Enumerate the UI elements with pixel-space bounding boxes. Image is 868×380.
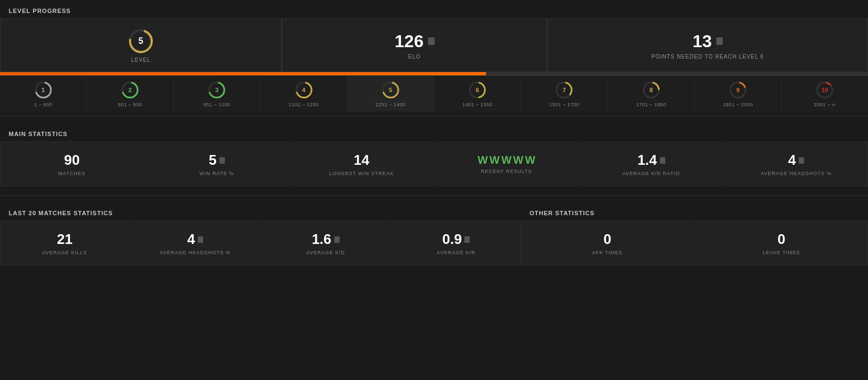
marker-badge-7: 7 bbox=[554, 80, 574, 100]
marker-badge-9: 9 bbox=[728, 80, 748, 100]
leave-times-value: 0 bbox=[778, 231, 785, 248]
stat-card-win-streak: 14 LONGEST WIN STREAK bbox=[290, 141, 433, 186]
last20-title: LAST 20 MATCHES STATISTICS bbox=[0, 204, 521, 221]
marker-num-1: 1 bbox=[42, 87, 45, 93]
marker-range-6: 1401 – 1550 bbox=[462, 102, 493, 107]
win-streak-value: 14 bbox=[354, 152, 370, 169]
marker-range-8: 1701 – 1850 bbox=[636, 102, 666, 107]
lock-icon-win-rate bbox=[219, 157, 225, 164]
marker-range-5: 1251 – 1400 bbox=[375, 102, 406, 107]
recent-results-value: W W W W W bbox=[477, 154, 535, 166]
avg-kills-label: AVERAGE KILLS bbox=[42, 250, 87, 255]
lock-icon bbox=[428, 37, 435, 45]
lock-icon-kd bbox=[660, 157, 665, 164]
marker-range-9: 1851 – 2000 bbox=[723, 102, 753, 107]
win-rate-label: WIN RATE % bbox=[199, 171, 234, 176]
marker-num-10: 10 bbox=[821, 87, 828, 93]
marker-num-9: 9 bbox=[736, 87, 740, 93]
marker-range-7: 1551 – 1700 bbox=[549, 102, 580, 107]
other-stats-section: OTHER STATISTICS 0 AFK TIMES 0 LEAVE TIM… bbox=[521, 204, 868, 266]
level-marker-2: 2 801 – 950 bbox=[87, 76, 173, 112]
progress-bar-section bbox=[0, 72, 868, 75]
marker-num-6: 6 bbox=[476, 87, 479, 93]
lock-icon-points bbox=[716, 37, 723, 45]
other-stats-title: OTHER STATISTICS bbox=[521, 204, 868, 221]
elo-label: ELO bbox=[408, 54, 420, 60]
progress-bar-track bbox=[0, 72, 868, 75]
level-marker-3: 3 951 – 1100 bbox=[174, 76, 261, 112]
bottom-card-avg-kr: 0.9 AVERAGE K/R bbox=[391, 221, 521, 266]
stat-card-matches: 90 MATCHES bbox=[0, 141, 144, 186]
level-marker-7: 7 1551 – 1700 bbox=[521, 76, 608, 112]
marker-range-10: 2001 – ∞ bbox=[814, 102, 835, 107]
level-marker-4: 4 1101 – 1250 bbox=[261, 76, 347, 112]
marker-num-3: 3 bbox=[215, 87, 218, 93]
level-marker-8: 8 1701 – 1850 bbox=[608, 76, 695, 112]
main-stats-cards-row: 90 MATCHES 5 WIN RATE % 14 LONGEST WIN S… bbox=[0, 141, 868, 186]
level-marker-1: 1 1 – 800 bbox=[0, 76, 87, 112]
marker-range-2: 801 – 950 bbox=[118, 102, 142, 107]
matches-value: 90 bbox=[64, 152, 80, 169]
level-marker-5: 5 1251 – 1400 bbox=[347, 76, 434, 112]
win-streak-label: LONGEST WIN STREAK bbox=[329, 171, 394, 176]
level-label: LEVEL bbox=[131, 57, 151, 63]
headshots-label: AVERAGE HEADSHOTS % bbox=[761, 171, 832, 176]
avg-kd-label: AVERAGE K/D bbox=[306, 250, 345, 255]
lock-icon-avg-kr bbox=[464, 236, 470, 243]
stat-card-kd-ratio: 1.4 AVERAGE K/D RATIO bbox=[579, 141, 723, 186]
marker-badge-10: 10 bbox=[815, 80, 834, 100]
level-cards-row: 5 LEVEL 126 ELO 13 POINTS NEEDED TO REAC… bbox=[0, 18, 868, 72]
afk-times-value: 0 bbox=[604, 231, 611, 248]
last20-section: LAST 20 MATCHES STATISTICS 21 AVERAGE KI… bbox=[0, 204, 521, 266]
level-number: 5 bbox=[139, 36, 144, 46]
matches-label: MATCHES bbox=[58, 171, 85, 176]
lock-icon-headshots bbox=[799, 157, 804, 164]
level-markers-row: 1 1 – 800 2 801 – 950 bbox=[0, 75, 868, 112]
marker-num-5: 5 bbox=[389, 87, 392, 93]
avg-kr-label: AVERAGE K/R bbox=[437, 250, 475, 255]
level-progress-section: LEVEL PROGRESS 5 LEVEL 126 bbox=[0, 2, 868, 112]
recent-results-label: RECENT RESULTS bbox=[481, 169, 532, 174]
level-badge: 5 bbox=[127, 28, 154, 55]
avg-headshots-value: 4 bbox=[187, 231, 203, 248]
other-stats-cards-row: 0 AFK TIMES 0 LEAVE TIMES bbox=[521, 221, 868, 266]
stat-card-win-rate: 5 WIN RATE % bbox=[145, 141, 288, 186]
main-stats-section: MAIN STATISTICS 90 MATCHES 5 WIN RATE % … bbox=[0, 125, 868, 186]
avg-kr-value: 0.9 bbox=[442, 231, 470, 248]
afk-times-label: AFK TIMES bbox=[592, 250, 623, 255]
level-marker-9: 9 1851 – 2000 bbox=[695, 76, 781, 112]
kd-ratio-label: AVERAGE K/D RATIO bbox=[623, 171, 681, 176]
marker-num-4: 4 bbox=[302, 87, 305, 93]
main-stats-title: MAIN STATISTICS bbox=[0, 125, 868, 141]
bottom-card-avg-headshots: 4 AVERAGE HEADSHOTS % bbox=[131, 221, 260, 266]
leave-times-label: LEAVE TIMES bbox=[763, 250, 800, 255]
marker-badge-6: 6 bbox=[468, 80, 487, 100]
bottom-card-avg-kills: 21 AVERAGE KILLS bbox=[0, 221, 129, 266]
win-rate-value: 5 bbox=[209, 152, 224, 169]
level-progress-title: LEVEL PROGRESS bbox=[0, 2, 868, 18]
elo-card: 126 ELO bbox=[282, 18, 547, 72]
marker-badge-2: 2 bbox=[120, 80, 140, 100]
points-needed-value: 13 bbox=[692, 31, 723, 51]
marker-num-2: 2 bbox=[128, 87, 132, 93]
marker-num-8: 8 bbox=[650, 87, 653, 93]
avg-headshots-label: AVERAGE HEADSHOTS % bbox=[160, 250, 231, 255]
marker-badge-5: 5 bbox=[381, 80, 400, 100]
marker-badge-1: 1 bbox=[34, 80, 53, 100]
last20-cards-row: 21 AVERAGE KILLS 4 AVERAGE HEADSHOTS % 1… bbox=[0, 221, 521, 266]
marker-range-3: 951 – 1100 bbox=[203, 102, 230, 107]
stat-card-recent-results: W W W W W RECENT RESULTS bbox=[435, 141, 578, 186]
points-needed-card: 13 POINTS NEEDED TO REACH LEVEL 6 bbox=[547, 18, 868, 72]
marker-range-4: 1101 – 1250 bbox=[289, 102, 319, 107]
progress-bar-fill bbox=[0, 72, 486, 75]
marker-badge-4: 4 bbox=[294, 80, 314, 100]
level-marker-6: 6 1401 – 1550 bbox=[434, 76, 521, 112]
elo-value: 126 bbox=[394, 31, 434, 51]
lock-icon-avg-kd bbox=[334, 236, 340, 243]
bottom-card-avg-kd: 1.6 AVERAGE K/D bbox=[261, 221, 391, 266]
marker-range-1: 1 – 800 bbox=[34, 102, 53, 107]
lock-icon-avg-headshots bbox=[198, 236, 203, 243]
bottom-card-afk-times: 0 AFK TIMES bbox=[521, 221, 694, 266]
marker-badge-8: 8 bbox=[642, 80, 661, 100]
kd-ratio-value: 1.4 bbox=[637, 152, 665, 169]
